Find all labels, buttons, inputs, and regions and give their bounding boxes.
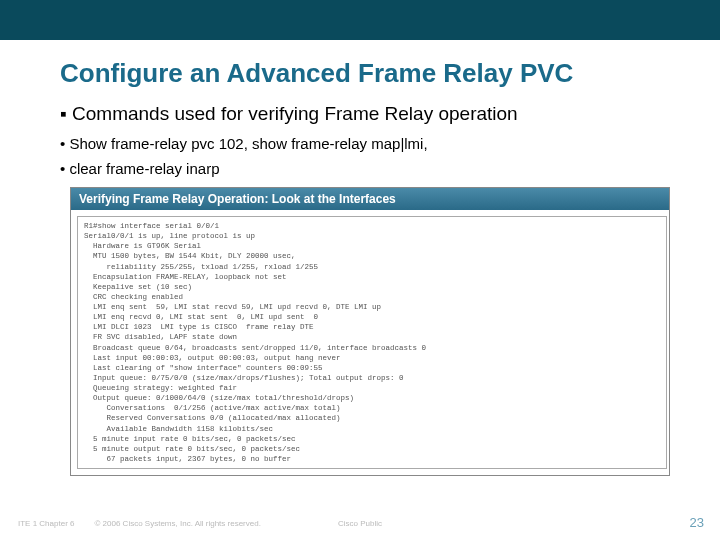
slide-content: Configure an Advanced Frame Relay PVC Co…: [0, 40, 720, 540]
cli-output: R1#show interface serial 0/0/1 Serial0/0…: [77, 216, 667, 469]
bullet-sub-2: clear frame-relay inarp: [60, 160, 720, 177]
slide-title: Configure an Advanced Frame Relay PVC: [60, 58, 720, 89]
bullet-sub-1: Show frame-relay pvc 102, show frame-rel…: [60, 135, 720, 152]
page-number: 23: [690, 515, 704, 530]
footer-copyright: © 2006 Cisco Systems, Inc. All rights re…: [94, 519, 260, 528]
footer-center: Cisco Public: [338, 519, 382, 528]
top-accent-bar: [0, 0, 720, 40]
cli-screenshot-body: R1#show interface serial 0/0/1 Serial0/0…: [71, 210, 669, 475]
footer: ITE 1 Chapter 6 © 2006 Cisco Systems, In…: [18, 519, 702, 528]
cli-screenshot: Verifying Frame Relay Operation: Look at…: [70, 187, 670, 476]
bullet-main: Commands used for verifying Frame Relay …: [60, 103, 720, 125]
footer-chapter: ITE 1 Chapter 6: [18, 519, 74, 528]
cli-screenshot-header: Verifying Frame Relay Operation: Look at…: [71, 188, 669, 210]
